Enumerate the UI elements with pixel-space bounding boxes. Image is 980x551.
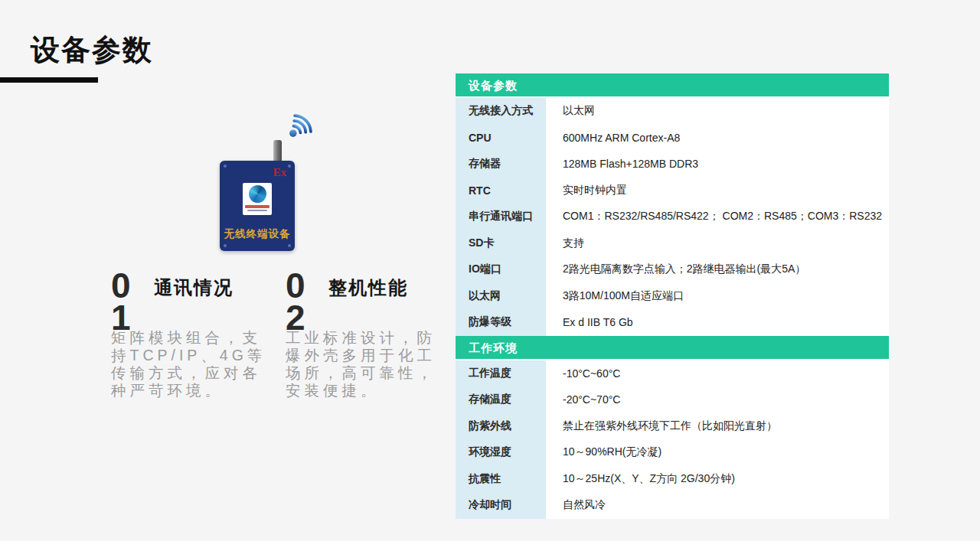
feature-title: 整机性能 bbox=[286, 269, 443, 300]
param-label: CPU bbox=[456, 125, 546, 152]
param-label: 防爆等级 bbox=[456, 309, 546, 336]
param-label: 防紫外线 bbox=[456, 413, 546, 440]
param-value: 自然风冷 bbox=[546, 492, 889, 519]
param-value: 10～90%RH(无冷凝) bbox=[546, 439, 889, 466]
feature-description: 矩阵模块组合，支持TCP/IP、4G等传输方式，应对各种严苛环境。 bbox=[111, 329, 276, 399]
param-label: 存储器 bbox=[456, 151, 546, 178]
feature-title: 通讯情况 bbox=[111, 269, 276, 300]
ex-rating-label: Ex bbox=[273, 166, 286, 179]
param-label: IO端口 bbox=[456, 256, 546, 283]
logo-swirl-icon bbox=[249, 185, 266, 203]
table-section-header: 设备参数 bbox=[456, 73, 889, 98]
param-value: -10°C~60°C bbox=[546, 360, 889, 387]
screw-icon bbox=[224, 244, 227, 247]
table-row: 存储温度-20°C~70°C bbox=[456, 386, 889, 413]
feature-communication: 01 通讯情况 矩阵模块组合，支持TCP/IP、4G等传输方式，应对各种严苛环境… bbox=[111, 269, 276, 399]
table-row: 串行通讯端口COM1：RS232/RS485/RS422； COM2：RS485… bbox=[456, 204, 889, 230]
param-label: RTC bbox=[456, 178, 546, 204]
bottom-margin bbox=[0, 541, 980, 551]
table-row: 冷却时间自然风冷 bbox=[456, 492, 889, 519]
param-label: 串行通讯端口 bbox=[456, 204, 546, 230]
table-row: 防爆等级Ex d IIB T6 Gb bbox=[456, 309, 889, 336]
table-row: RTC实时时钟内置 bbox=[456, 178, 889, 204]
feature-number: 02 bbox=[286, 269, 309, 334]
param-value: 2路光电隔离数字点输入；2路继电器输出(最大5A） bbox=[546, 256, 889, 283]
param-value: 支持 bbox=[546, 230, 889, 257]
logo-text-decoration bbox=[245, 205, 270, 208]
param-value: COM1：RS232/RS485/RS422； COM2：RS485；COM3：… bbox=[546, 204, 889, 230]
page-title: 设备参数 bbox=[31, 31, 153, 70]
param-label: 无线接入方式 bbox=[456, 98, 546, 125]
device-image: Ex 无线终端设备 bbox=[220, 161, 295, 251]
table-row: IO端口2路光电隔离数字点输入；2路继电器输出(最大5A） bbox=[456, 256, 889, 283]
param-value: 128MB Flash+128MB DDR3 bbox=[546, 151, 889, 178]
screw-icon bbox=[288, 165, 291, 168]
param-label: 存储温度 bbox=[456, 386, 546, 413]
table-row: 防紫外线禁止在强紫外线环境下工作（比如阳光直射） bbox=[456, 413, 889, 440]
param-label: SD卡 bbox=[456, 230, 546, 257]
table-row: SD卡支持 bbox=[456, 230, 889, 257]
param-label: 抗震性 bbox=[456, 466, 546, 493]
table-section-header: 工作环境 bbox=[456, 336, 889, 360]
table-row: 以太网3路10M/100M自适应端口 bbox=[456, 283, 889, 310]
wifi-icon bbox=[279, 106, 320, 148]
table-row: CPU600MHz ARM Cortex-A8 bbox=[456, 125, 889, 152]
device-name-label: 无线终端设备 bbox=[220, 227, 295, 241]
table-row: 无线接入方式以太网 bbox=[456, 98, 889, 125]
title-underline bbox=[0, 77, 98, 83]
feature-performance: 02 整机性能 工业标准设计，防爆外壳多用于化工场所，高可靠性，安装便捷。 bbox=[286, 269, 443, 399]
param-label: 冷却时间 bbox=[456, 492, 546, 519]
antenna bbox=[273, 140, 282, 162]
table-row: 环境湿度10～90%RH(无冷凝) bbox=[456, 439, 889, 466]
param-value: 3路10M/100M自适应端口 bbox=[546, 283, 889, 310]
param-label: 环境湿度 bbox=[456, 439, 546, 466]
feature-number: 01 bbox=[111, 269, 134, 334]
param-label: 以太网 bbox=[456, 283, 546, 310]
param-value: -20°C~70°C bbox=[546, 386, 889, 413]
param-value: 以太网 bbox=[546, 98, 889, 125]
param-value: 10～25Hz(X、Y、Z方向 2G/30分钟) bbox=[546, 466, 889, 493]
table-row: 存储器128MB Flash+128MB DDR3 bbox=[456, 151, 889, 178]
screw-icon bbox=[288, 244, 291, 247]
table-row: 抗震性10～25Hz(X、Y、Z方向 2G/30分钟) bbox=[456, 466, 889, 493]
param-value: 600MHz ARM Cortex-A8 bbox=[546, 125, 889, 152]
param-value: 禁止在强紫外线环境下工作（比如阳光直射） bbox=[546, 413, 889, 440]
spec-table: 设备参数无线接入方式以太网CPU600MHz ARM Cortex-A8存储器1… bbox=[456, 73, 889, 519]
logo-subtext-decoration bbox=[247, 210, 267, 211]
param-value: 实时时钟内置 bbox=[546, 178, 889, 204]
screw-icon bbox=[224, 165, 227, 168]
param-label: 工作温度 bbox=[456, 360, 546, 387]
company-logo bbox=[243, 183, 272, 215]
feature-description: 工业标准设计，防爆外壳多用于化工场所，高可靠性，安装便捷。 bbox=[286, 329, 443, 399]
param-value: Ex d IIB T6 Gb bbox=[546, 309, 889, 336]
table-row: 工作温度-10°C~60°C bbox=[456, 360, 889, 387]
